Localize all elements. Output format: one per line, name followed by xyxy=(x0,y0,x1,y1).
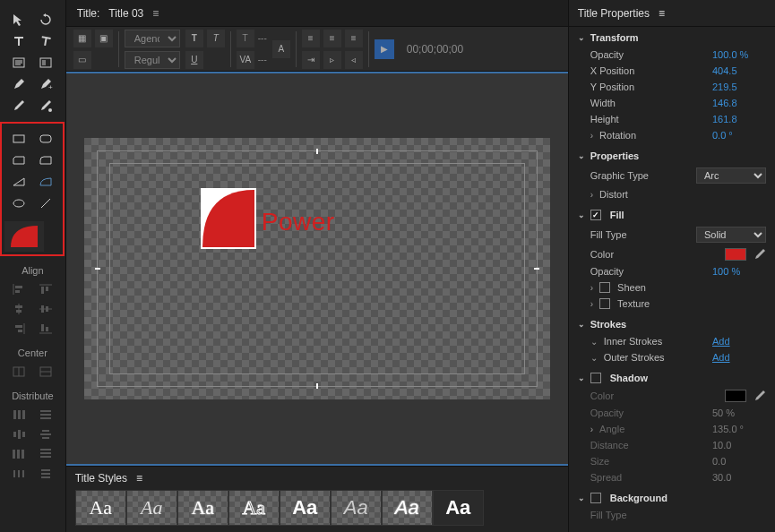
font-weight-select[interactable]: Regular xyxy=(125,51,180,69)
selection-tool-icon[interactable] xyxy=(8,11,30,29)
title-canvas[interactable]: Power xyxy=(84,138,550,399)
font-family-select[interactable]: Agency... xyxy=(125,30,180,47)
background-section-header[interactable]: ⌄Background xyxy=(569,489,775,507)
style-swatch[interactable]: Aa xyxy=(382,490,433,526)
area-type-tool-icon[interactable] xyxy=(8,54,30,72)
graphic-type-select[interactable]: Arc xyxy=(696,167,766,184)
inner-strokes-add-link[interactable]: Add xyxy=(712,336,766,347)
fill-checkbox[interactable] xyxy=(590,210,601,220)
add-anchor-tool-icon[interactable]: + xyxy=(35,75,56,93)
kerning-value[interactable]: --- xyxy=(258,55,267,64)
align-bottom-icon[interactable] xyxy=(36,321,56,337)
style-swatch[interactable]: Aa xyxy=(331,490,382,526)
title-text-object[interactable]: Power xyxy=(262,208,335,236)
height-value[interactable]: 161.8 xyxy=(712,114,766,124)
style-swatch[interactable]: Aa xyxy=(228,490,280,526)
style-swatch[interactable]: Aa xyxy=(433,490,484,526)
bold-icon[interactable]: T xyxy=(185,30,203,47)
style-swatch[interactable]: Aa xyxy=(177,490,228,526)
transform-section-header[interactable]: ⌄Transform xyxy=(569,29,775,47)
align-center-text-icon[interactable]: ≡ xyxy=(323,30,341,47)
underline-icon[interactable]: U xyxy=(185,51,203,69)
ellipse-tool-icon[interactable] xyxy=(8,194,30,212)
align-left-text-icon[interactable]: ≡ xyxy=(302,30,320,47)
type-tool-icon[interactable] xyxy=(8,32,30,50)
styles-panel-menu-icon[interactable]: ≡ xyxy=(136,472,142,485)
leading-icon[interactable]: A xyxy=(272,40,290,58)
panel-menu-icon[interactable]: ≡ xyxy=(152,7,159,20)
tab-next-icon[interactable]: ▹ xyxy=(323,51,341,69)
texture-checkbox[interactable] xyxy=(599,298,610,309)
ypos-value[interactable]: 219.5 xyxy=(712,82,766,92)
send-back-icon[interactable]: ▭ xyxy=(73,51,91,69)
pen-tool-icon[interactable] xyxy=(8,75,30,93)
arc-tool-icon[interactable] xyxy=(35,173,56,191)
dist-bottom-icon[interactable] xyxy=(36,446,56,462)
align-right-icon[interactable] xyxy=(9,321,29,337)
fill-section-header[interactable]: ⌄Fill xyxy=(569,206,775,224)
props-panel-menu-icon[interactable]: ≡ xyxy=(659,7,665,20)
distort-label[interactable]: Distort xyxy=(599,189,766,200)
align-right-text-icon[interactable]: ≡ xyxy=(345,30,363,47)
rounded-clip-tool-icon[interactable] xyxy=(35,151,56,169)
dist-even-h-icon[interactable] xyxy=(9,466,29,482)
rectangle-tool-icon[interactable] xyxy=(8,130,30,148)
dist-vcenter-icon[interactable] xyxy=(36,426,56,442)
dist-right-icon[interactable] xyxy=(9,446,29,462)
opacity-value[interactable]: 100.0 % xyxy=(712,49,766,60)
vertical-type-tool-icon[interactable] xyxy=(35,32,56,50)
outer-strokes-add-link[interactable]: Add xyxy=(712,352,766,363)
shadow-checkbox[interactable] xyxy=(590,373,601,383)
dist-even-v-icon[interactable] xyxy=(36,466,56,482)
fill-type-select[interactable]: Solid xyxy=(696,227,766,243)
arc-shape-object[interactable] xyxy=(201,188,256,249)
font-size-value[interactable]: --- xyxy=(258,33,267,43)
path-type-tool-icon[interactable] xyxy=(35,54,56,72)
tab-stops-icon[interactable]: ⇥ xyxy=(302,51,320,69)
rotation-value[interactable]: 0.0 ° xyxy=(712,130,766,141)
fill-opacity-value[interactable]: 100 % xyxy=(712,266,766,277)
align-left-icon[interactable] xyxy=(9,281,29,297)
canvas-area[interactable]: Power xyxy=(66,72,568,466)
rounded-rect-tool-icon[interactable] xyxy=(35,130,56,148)
wedge-tool-icon[interactable] xyxy=(8,173,30,191)
shadow-angle-value: 135.0 ° xyxy=(712,424,766,434)
eyedropper-icon[interactable] xyxy=(8,97,30,115)
font-size-icon[interactable]: ⟙ xyxy=(237,30,254,47)
center-vertical-icon[interactable] xyxy=(9,364,29,380)
dist-left-icon[interactable] xyxy=(9,407,29,423)
sheen-checkbox[interactable] xyxy=(599,282,610,293)
eyedropper-icon[interactable] xyxy=(753,390,766,402)
align-vcenter-icon[interactable] xyxy=(36,301,56,317)
tab-prev-icon[interactable]: ◃ xyxy=(345,51,363,69)
shadow-section-header[interactable]: ⌄Shadow xyxy=(569,369,775,387)
background-checkbox[interactable] xyxy=(590,493,601,503)
timecode[interactable]: 00;00;00;00 xyxy=(407,43,463,56)
distribute-section-label: Distribute xyxy=(12,390,53,401)
eyedropper-icon[interactable] xyxy=(753,248,766,261)
width-value[interactable]: 146.8 xyxy=(712,98,766,108)
align-hcenter-icon[interactable] xyxy=(9,301,29,317)
fill-color-swatch[interactable] xyxy=(725,248,746,261)
clipped-rect-tool-icon[interactable] xyxy=(8,151,30,169)
dist-top-icon[interactable] xyxy=(36,407,56,423)
color-picker-icon[interactable] xyxy=(35,97,56,115)
template-icon[interactable]: ▦ xyxy=(73,30,91,47)
line-tool-icon[interactable] xyxy=(35,194,56,212)
strokes-section-header[interactable]: ⌄Strokes xyxy=(569,315,775,333)
xpos-value[interactable]: 404.5 xyxy=(712,65,766,76)
italic-icon[interactable]: T xyxy=(207,30,225,47)
roll-crawl-icon[interactable]: ▣ xyxy=(95,30,113,47)
kerning-icon[interactable]: VA xyxy=(237,51,254,69)
style-swatch[interactable]: Aa xyxy=(75,490,126,526)
style-swatch[interactable]: Aa xyxy=(126,490,177,526)
video-preview-icon[interactable]: ▶ xyxy=(375,39,394,59)
svg-rect-39 xyxy=(40,410,51,412)
center-horizontal-icon[interactable] xyxy=(36,364,56,380)
style-swatch[interactable]: Aa xyxy=(280,490,331,526)
properties-section-header[interactable]: ⌄Properties xyxy=(569,147,775,165)
align-top-icon[interactable] xyxy=(36,281,56,297)
dist-hcenter-icon[interactable] xyxy=(9,426,29,442)
shadow-color-swatch[interactable] xyxy=(725,390,746,402)
rotate-tool-icon[interactable] xyxy=(35,11,56,29)
